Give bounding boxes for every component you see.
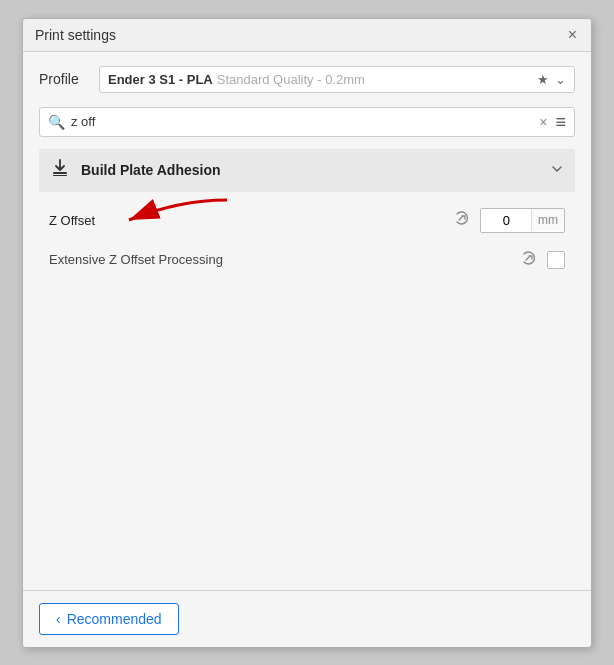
print-settings-window: Print settings × Profile Ender 3 S1 - PL… xyxy=(22,18,592,648)
search-input[interactable] xyxy=(71,114,539,129)
section-header[interactable]: Build Plate Adhesion xyxy=(39,149,575,192)
svg-rect-0 xyxy=(53,172,67,174)
z-offset-unit: mm xyxy=(531,209,564,231)
profile-row: Profile Ender 3 S1 - PLA Standard Qualit… xyxy=(39,66,575,93)
profile-name: Ender 3 S1 - PLA xyxy=(108,72,213,87)
star-icon[interactable]: ★ xyxy=(537,72,549,87)
profile-quality: Standard Quality - 0.2mm xyxy=(217,72,365,87)
chevron-left-icon: ‹ xyxy=(56,611,61,627)
extensive-z-offset-label: Extensive Z Offset Processing xyxy=(49,252,519,267)
footer: ‹ Recommended xyxy=(23,590,591,647)
chevron-down-icon[interactable]: ⌄ xyxy=(555,72,566,87)
profile-label: Profile xyxy=(39,71,99,87)
section-chevron-icon[interactable] xyxy=(549,161,565,180)
z-offset-input-wrap: mm xyxy=(480,208,565,233)
profile-icons: ★ ⌄ xyxy=(537,72,566,87)
menu-icon[interactable]: ≡ xyxy=(555,113,566,131)
recommended-label: Recommended xyxy=(67,611,162,627)
recommended-button[interactable]: ‹ Recommended xyxy=(39,603,179,635)
search-icon: 🔍 xyxy=(48,114,65,130)
z-offset-row: Z Offset xyxy=(39,200,575,241)
build-plate-icon xyxy=(49,157,71,184)
profile-dropdown[interactable]: Ender 3 S1 - PLA Standard Quality - 0.2m… xyxy=(99,66,575,93)
search-bar: 🔍 × ≡ xyxy=(39,107,575,137)
z-offset-input[interactable] xyxy=(481,209,531,232)
content-area: Profile Ender 3 S1 - PLA Standard Qualit… xyxy=(23,52,591,590)
clear-icon[interactable]: × xyxy=(539,114,547,130)
window-title: Print settings xyxy=(35,27,116,43)
extensive-z-offset-link-icon[interactable] xyxy=(519,249,537,271)
extensive-z-offset-row: Extensive Z Offset Processing xyxy=(39,241,575,279)
svg-rect-1 xyxy=(53,175,67,176)
extensive-z-offset-checkbox[interactable] xyxy=(547,251,565,269)
section-title: Build Plate Adhesion xyxy=(81,162,549,178)
z-offset-link-icon[interactable] xyxy=(452,209,470,231)
settings-area: Z Offset xyxy=(39,196,575,576)
z-offset-label: Z Offset xyxy=(49,213,452,228)
title-bar: Print settings × xyxy=(23,19,591,52)
close-button[interactable]: × xyxy=(566,27,579,43)
